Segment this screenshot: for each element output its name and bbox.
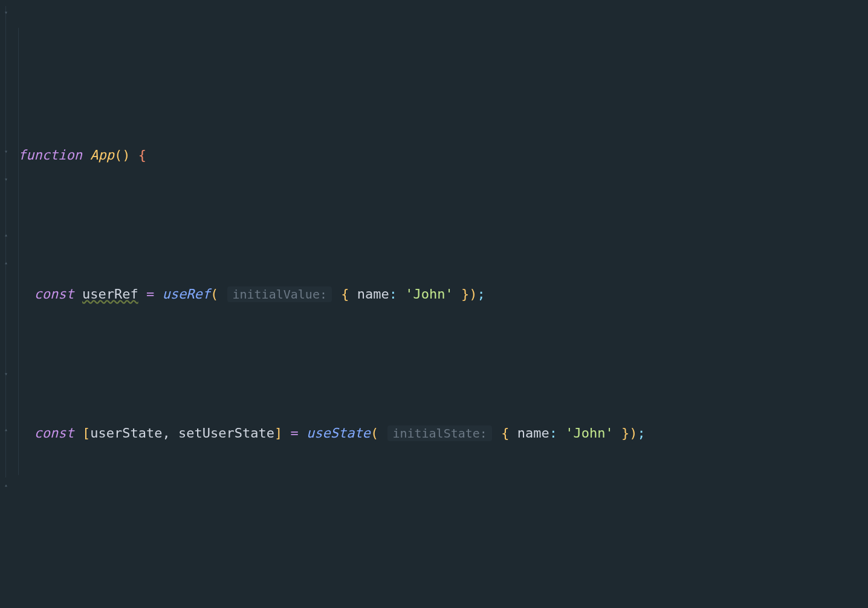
keyword-function: function <box>18 147 82 163</box>
code-line[interactable] <box>18 558 863 586</box>
paren-close: ) <box>629 425 637 441</box>
variable: setUserState <box>178 425 274 441</box>
call-usestate: useState <box>306 425 371 441</box>
paren-open: ( <box>210 286 218 302</box>
brace: } <box>621 425 629 441</box>
comma: , <box>162 425 170 441</box>
fold-icon[interactable]: ▴ <box>2 425 10 433</box>
brace: { <box>138 147 146 163</box>
fold-icon[interactable]: ▾ <box>2 175 10 183</box>
code-line[interactable]: const [userState, setUserState] = useSta… <box>18 419 863 447</box>
code-line[interactable]: const userRef = useRef( initialValue: { … <box>18 280 863 308</box>
fold-icon[interactable]: ▾ <box>2 147 10 155</box>
brace: } <box>461 286 469 302</box>
code-line[interactable]: function App() { <box>18 141 863 169</box>
colon: : <box>389 286 397 302</box>
bracket: [ <box>82 425 90 441</box>
string: 'John' <box>405 286 453 302</box>
prop-name: name <box>517 425 549 441</box>
code-editor[interactable]: ▾ ▾ ▾ ▴ ▴ ▾ ▴ ▴ function App() { const u… <box>0 0 868 608</box>
call-useref: useRef <box>162 286 210 302</box>
fold-icon[interactable]: ▾ <box>2 370 10 377</box>
brace: { <box>501 425 509 441</box>
semicolon: ; <box>637 425 645 441</box>
variable: userState <box>90 425 162 441</box>
keyword-const: const <box>34 425 74 441</box>
colon: : <box>549 425 557 441</box>
paren-open: ( <box>371 425 378 441</box>
keyword-const: const <box>34 286 74 302</box>
prop-name: name <box>357 286 389 302</box>
paren-close: ) <box>469 286 477 302</box>
bracket: ] <box>274 425 282 441</box>
fold-icon[interactable]: ▴ <box>2 481 10 488</box>
operator-eq: = <box>290 425 298 441</box>
string: 'John' <box>565 425 613 441</box>
operator-eq: = <box>146 286 154 302</box>
brace: { <box>341 286 349 302</box>
inlay-hint: initialState: <box>387 425 492 441</box>
parens: () <box>114 147 131 163</box>
fold-icon[interactable]: ▴ <box>2 259 10 266</box>
function-name: App <box>90 147 114 163</box>
code-area[interactable]: function App() { const userRef = useRef(… <box>13 0 868 608</box>
semicolon: ; <box>477 286 485 302</box>
fold-icon[interactable]: ▾ <box>2 8 10 16</box>
gutter: ▾ ▾ ▾ ▴ ▴ ▾ ▴ ▴ <box>0 0 13 608</box>
variable-userref: userRef <box>82 286 138 302</box>
fold-icon[interactable]: ▴ <box>2 231 10 238</box>
inlay-hint: initialValue: <box>227 286 332 302</box>
